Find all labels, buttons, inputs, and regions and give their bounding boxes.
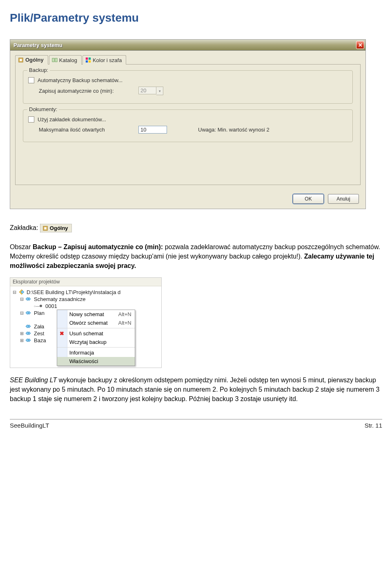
tree-label: Baza: [34, 337, 46, 343]
dialog-title: Parametry systemu: [13, 42, 62, 48]
project-icon: [18, 289, 25, 295]
svg-rect-1: [20, 59, 22, 61]
auto-backup-checkbox[interactable]: [28, 77, 34, 83]
group-dokumenty-title: Dokumenty:: [27, 106, 59, 112]
tab-label: Ogólny: [25, 57, 44, 63]
svg-rect-4: [86, 58, 88, 60]
tab-katalog[interactable]: Katalog: [49, 55, 82, 65]
p1-a: Obszar: [10, 243, 33, 250]
explorer-title: Eksplorator projektów: [10, 278, 161, 286]
paragraph-2: SEE Building LT wykonuje backupy z okreś…: [10, 375, 382, 404]
tree-label: Plan: [34, 310, 45, 316]
svg-rect-5: [89, 58, 91, 60]
dialog-body: Ogólny Katalog Kolor i szafa Backup: Aut…: [10, 51, 365, 190]
page-title: Plik/Parametry systemu: [10, 11, 382, 25]
svg-rect-9: [44, 227, 46, 229]
tree-item-plan[interactable]: ⊟ Plan: [12, 310, 46, 317]
zakladka-line: Zakładka: Ogólny: [10, 224, 382, 232]
tab-label: Kolor i szafa: [93, 57, 122, 63]
expand-icon[interactable]: ⊞: [19, 331, 24, 336]
zakladka-label: Zakładka:: [10, 224, 38, 231]
diamonds-icon: [26, 331, 32, 336]
tab-label: Katalog: [59, 57, 77, 63]
paragraph-1: Obszar Backup – Zapisuj automatycznie co…: [10, 242, 382, 271]
diamonds-icon: [26, 297, 32, 301]
menu-wczytaj-backup[interactable]: Wczytaj backup: [57, 338, 135, 346]
menu-nowy-schemat[interactable]: Nowy schemat Alt+N: [57, 310, 135, 319]
catalog-icon: [52, 57, 58, 63]
group-dokumenty: Dokumenty: Użyj zakładek dokumentów... M…: [23, 109, 353, 142]
footer-right: Str. 11: [365, 422, 382, 429]
node-icon: [40, 305, 42, 307]
tab-kolor[interactable]: Kolor i szafa: [82, 55, 127, 65]
tree-item-schematy[interactable]: ⊟ Schematy zasadnicze: [12, 296, 160, 303]
group-backup: Backup: Automatyczny Backup schematów...…: [23, 70, 353, 104]
tabs: Ogólny Katalog Kolor i szafa: [15, 55, 361, 64]
max-open-label: Maksymalna ilość otwartych: [39, 127, 135, 133]
tab-panel-ogolny: Backup: Automatyczny Backup schematów...…: [15, 64, 361, 185]
svg-rect-6: [86, 60, 88, 62]
svg-rect-7: [89, 60, 91, 62]
collapse-icon[interactable]: ⊟: [19, 310, 24, 316]
dialog-titlebar: Parametry systemu ✕: [10, 40, 365, 51]
expand-icon[interactable]: ⊞: [19, 338, 24, 343]
mini-tab-ogolny: Ogólny: [40, 224, 72, 232]
delete-icon: ✖: [59, 330, 65, 336]
tree-label: Zała: [34, 323, 44, 330]
menu-wlasciwosci[interactable]: Właściwości: [57, 357, 135, 366]
tree-label: 0001: [45, 303, 57, 309]
menu-usun-schemat[interactable]: ✖ Usuń schemat: [57, 328, 135, 338]
settings-icon: [18, 57, 24, 63]
max-open-input[interactable]: [138, 126, 167, 134]
footer-left: SeeBuildingLT: [10, 422, 49, 429]
p1-b: Backup – Zapisuj automatycznie co (min):: [33, 243, 165, 250]
tree-label: Schematy zasadnicze: [34, 296, 85, 302]
parametry-dialog: Parametry systemu ✕ Ogólny Katalog Kolor…: [10, 39, 366, 209]
menu-label: Otwórz schemat: [69, 320, 108, 326]
tree-root-label: D:\SEE Building LT\Projekty\Instalacja d: [27, 289, 120, 295]
diamonds-icon: [26, 324, 32, 329]
svg-rect-2: [52, 58, 54, 62]
tab-ogolny[interactable]: Ogólny: [15, 55, 48, 65]
auto-backup-label: Automatyczny Backup schematów...: [38, 77, 122, 83]
project-explorer: Eksplorator projektów ⊟ D:\SEE Building …: [10, 277, 162, 368]
context-menu: Nowy schemat Alt+N Otwórz schemat Alt+N …: [57, 310, 135, 366]
menu-label: Usuń schemat: [69, 330, 103, 337]
tree-item-baza[interactable]: ⊞ Baza: [12, 337, 46, 344]
menu-informacja[interactable]: Informacja: [57, 347, 135, 357]
tree-item-zala[interactable]: ⊟ Zała: [12, 323, 46, 330]
menu-otworz-schemat[interactable]: Otwórz schemat Alt+N: [57, 319, 135, 327]
tree-item-zest[interactable]: ⊞ Zest: [12, 330, 46, 337]
p2-rest: wykonuje backupy z określonym odstępem p…: [10, 377, 379, 402]
menu-label: Informacja: [69, 350, 94, 356]
min-value-note: Uwaga: Min. wartość wynosi 2: [198, 127, 270, 133]
use-tabs-label: Użyj zakładek dokumentów...: [38, 116, 106, 123]
ok-button[interactable]: OK: [293, 194, 324, 204]
diamonds-icon: [26, 310, 32, 315]
settings-icon: [42, 225, 48, 231]
menu-shortcut: Alt+N: [118, 320, 131, 326]
see-building-italic: SEE Building LT: [10, 377, 59, 384]
interval-label: Zapisuj automatycznie co (min):: [39, 88, 135, 94]
chevron-down-icon[interactable]: ▾: [156, 87, 163, 95]
menu-shortcut: Alt+N: [118, 311, 131, 317]
collapse-icon[interactable]: ⊟: [19, 297, 24, 302]
cancel-button[interactable]: Anuluj: [328, 194, 359, 204]
svg-rect-3: [55, 58, 57, 62]
tree: ⊟ D:\SEE Building LT\Projekty\Instalacja…: [10, 286, 161, 368]
mini-tab-label: Ogólny: [50, 225, 68, 231]
use-tabs-checkbox[interactable]: [28, 116, 34, 123]
dialog-buttons: OK Anuluj: [10, 190, 365, 209]
collapse-icon[interactable]: ⊟: [12, 290, 17, 295]
menu-label: Wczytaj backup: [69, 339, 107, 345]
tree-root[interactable]: ⊟ D:\SEE Building LT\Projekty\Instalacja…: [12, 289, 160, 296]
group-backup-title: Backup:: [27, 67, 50, 73]
menu-label: Nowy schemat: [69, 311, 104, 317]
menu-label: Właściwości: [69, 358, 98, 364]
close-icon[interactable]: ✕: [356, 41, 364, 49]
diamonds-icon: [26, 338, 32, 343]
interval-input[interactable]: [138, 87, 156, 94]
tree-label: Zest: [34, 330, 44, 337]
tree-item-0001[interactable]: ◦─ 0001: [12, 303, 160, 310]
palette-icon: [85, 57, 91, 63]
